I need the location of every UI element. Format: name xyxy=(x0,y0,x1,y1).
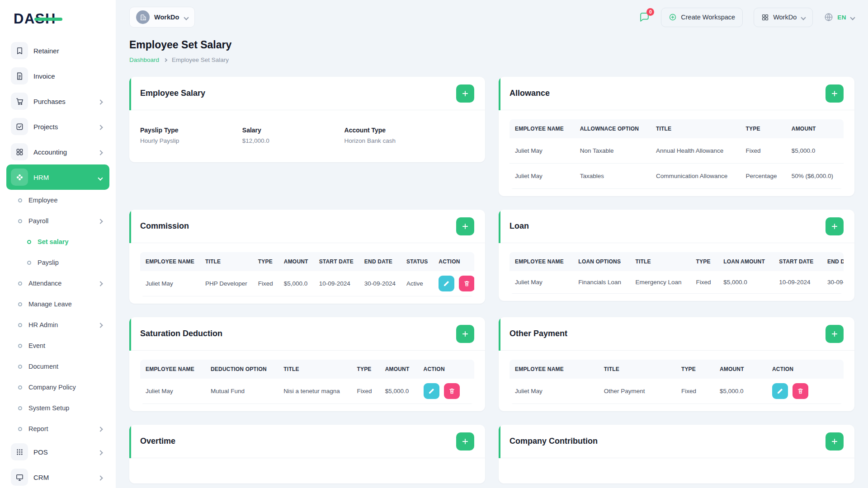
sidebar-item-accounting[interactable]: Accounting xyxy=(6,139,109,164)
sidebar: DASH Retainer Invoice Purchases xyxy=(0,0,116,488)
sidebar-item-hrm[interactable]: HRM xyxy=(6,164,109,190)
sidebar-item-hr-admin[interactable]: HR Admin xyxy=(6,314,109,335)
column-header: TITLE xyxy=(278,360,351,379)
workspace-name: WorkDo xyxy=(154,14,179,21)
sidebar-item-company-policy[interactable]: Company Policy xyxy=(6,377,109,398)
delete-button[interactable] xyxy=(459,276,474,291)
app-logo[interactable]: DASH xyxy=(6,0,109,38)
delete-button[interactable] xyxy=(444,383,460,399)
workspace-pill[interactable]: WorkDo xyxy=(129,7,195,28)
column-header: STATUS xyxy=(401,252,433,271)
add-saturation-deduction-button[interactable] xyxy=(456,325,474,343)
bullet-icon xyxy=(18,385,22,389)
workspace-grid-icon xyxy=(761,14,769,21)
messages-button[interactable]: 0 xyxy=(639,12,650,23)
table-cell: Percentage xyxy=(740,164,786,189)
delete-button[interactable] xyxy=(793,383,808,399)
plus-circle-icon xyxy=(669,13,677,21)
column-header: AMOUNT xyxy=(278,252,314,271)
sidebar-item-label: POS xyxy=(33,448,48,456)
edit-button[interactable] xyxy=(424,383,439,399)
bullet-icon xyxy=(18,282,22,286)
add-commission-button[interactable] xyxy=(456,217,474,235)
card-title: Allowance xyxy=(509,89,550,98)
table-cell: $5,000.0 xyxy=(380,379,418,404)
bullet-icon xyxy=(18,198,22,202)
allowance-card: Allowance EMPLOYEE NAMEALLOWNACE OPTIONT… xyxy=(499,77,854,196)
chevron-down-icon xyxy=(99,174,102,181)
column-header: TYPE xyxy=(691,252,718,271)
table-row: Juliet MayFinancials LoanEmergency LoanF… xyxy=(509,271,844,294)
table-cell: Juliet May xyxy=(140,271,200,296)
add-employee-salary-button[interactable] xyxy=(456,84,474,103)
table-cell: Juliet May xyxy=(509,271,573,294)
employee-salary-card: Employee Salary Payslip Type Hourly Pays… xyxy=(129,77,485,162)
breadcrumb-dashboard-link[interactable]: Dashboard xyxy=(129,56,159,63)
table-cell: 30-09-2024 xyxy=(359,271,401,296)
sidebar-item-payslip[interactable]: Payslip xyxy=(6,252,109,273)
chevron-right-icon xyxy=(99,425,102,432)
plus-icon xyxy=(461,437,469,446)
sidebar-item-projects[interactable]: Projects xyxy=(6,114,109,139)
loan-card: Loan EMPLOYEE NAMELOAN OPTIONSTITLETYPEL… xyxy=(499,210,854,301)
sidebar-item-crm[interactable]: CRM xyxy=(6,465,109,488)
sidebar-item-label: Retainer xyxy=(33,47,59,55)
table-cell: Mutual Fund xyxy=(205,379,278,404)
edit-button[interactable] xyxy=(439,276,454,291)
sidebar-item-label: CRM xyxy=(33,474,49,481)
sidebar-item-system-setup[interactable]: System Setup xyxy=(6,398,109,418)
sidebar-item-pos[interactable]: POS xyxy=(6,439,109,465)
retainer-icon xyxy=(11,42,28,59)
sidebar-item-report[interactable]: Report xyxy=(6,418,109,439)
action-cell xyxy=(433,271,474,296)
column-header: ACTION xyxy=(433,252,474,271)
add-company-contribution-button[interactable] xyxy=(826,432,844,450)
field-value: Hourly Payslip xyxy=(140,137,242,144)
sidebar-item-attendance[interactable]: Attendance xyxy=(6,273,109,294)
table-cell: Financials Loan xyxy=(573,271,630,294)
field-value: Horizon Bank cash xyxy=(344,137,474,144)
sidebar-item-document[interactable]: Document xyxy=(6,356,109,377)
commission-table: EMPLOYEE NAMETITLETYPEAMOUNTSTART DATEEN… xyxy=(140,252,474,296)
sidebar-item-label: Payroll xyxy=(28,217,48,225)
add-overtime-button[interactable] xyxy=(456,432,474,450)
card-body: EMPLOYEE NAMEDEDUCTION OPTIONTITLETYPEAM… xyxy=(129,351,485,411)
column-header: START DATE xyxy=(774,252,822,271)
sidebar-item-manage-leave[interactable]: Manage Leave xyxy=(6,294,109,314)
table-row: Juliet MayMutual FundNisi a tenetur magn… xyxy=(140,379,474,404)
column-header: ACTION xyxy=(767,360,844,379)
card-body xyxy=(499,458,854,483)
sidebar-item-label: Document xyxy=(28,363,58,370)
add-other-payment-button[interactable] xyxy=(826,325,844,343)
sidebar-item-payroll[interactable]: Payroll xyxy=(6,211,109,231)
language-selector[interactable]: EN xyxy=(824,12,854,22)
create-workspace-button[interactable]: Create Workspace xyxy=(661,8,743,27)
sidebar-item-label: Purchases xyxy=(33,98,66,105)
column-header: AMOUNT xyxy=(786,119,844,138)
topbar: WorkDo 0 Create Workspace WorkDo xyxy=(116,0,868,34)
sidebar-item-invoice[interactable]: Invoice xyxy=(6,63,109,89)
edit-button[interactable] xyxy=(772,383,788,399)
chevron-right-icon xyxy=(99,98,102,105)
other-payment-card: Other Payment EMPLOYEE NAMETITLETYPEAMOU… xyxy=(499,317,854,411)
trash-icon xyxy=(463,280,470,287)
logo-dash-accent xyxy=(34,18,62,21)
allowance-table: EMPLOYEE NAMEALLOWNACE OPTIONTITLETYPEAM… xyxy=(509,119,844,189)
chevron-right-icon xyxy=(99,123,102,131)
action-cell xyxy=(418,379,474,404)
workspace-switcher-button[interactable]: WorkDo xyxy=(754,8,813,27)
table-cell: 10-09-2024 xyxy=(774,271,822,294)
cards-grid: Employee Salary Payslip Type Hourly Pays… xyxy=(116,77,868,488)
sidebar-item-employee[interactable]: Employee xyxy=(6,190,109,211)
sidebar-item-event[interactable]: Event xyxy=(6,335,109,356)
sidebar-item-label: Company Policy xyxy=(28,384,76,391)
sidebar-item-set-salary[interactable]: Set salary xyxy=(6,231,109,252)
card-title: Saturation Deduction xyxy=(140,329,222,338)
add-loan-button[interactable] xyxy=(826,217,844,235)
add-allowance-button[interactable] xyxy=(826,84,844,103)
column-header: TITLE xyxy=(630,252,690,271)
action-cell xyxy=(767,379,844,404)
sidebar-item-purchases[interactable]: Purchases xyxy=(6,89,109,114)
sidebar-item-retainer[interactable]: Retainer xyxy=(6,38,109,63)
table-cell: PHP Developer xyxy=(200,271,253,296)
